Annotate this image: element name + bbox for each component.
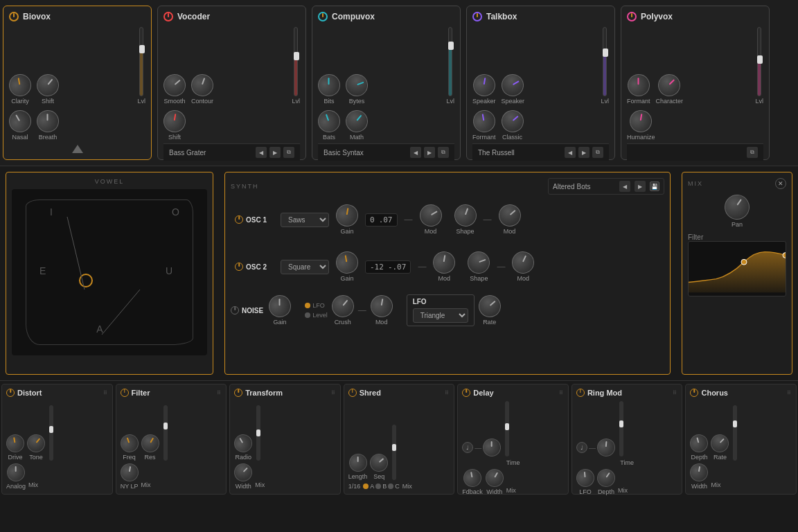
voc-shift-knob[interactable] xyxy=(160,107,188,135)
vocoder-prev-btn[interactable]: ◀ xyxy=(256,147,267,158)
ringmod-mix-slider[interactable] xyxy=(619,401,623,456)
speaker1-knob[interactable] xyxy=(470,71,498,99)
osc2-waveform-select[interactable]: Square Sine Saws Triangle xyxy=(281,260,329,274)
nylp-knob[interactable] xyxy=(119,462,140,483)
bats-knob[interactable] xyxy=(313,105,344,136)
osc1-waveform-select[interactable]: Saws Sine Square Triangle xyxy=(281,213,329,227)
distort-power[interactable] xyxy=(6,389,15,397)
delay-width-knob[interactable] xyxy=(484,468,505,488)
delay-time-knob[interactable] xyxy=(481,436,504,459)
distort-mix-slider[interactable] xyxy=(49,405,53,461)
crush-knob[interactable] xyxy=(330,293,355,319)
pan-knob[interactable] xyxy=(723,193,750,220)
filter-eff-power[interactable] xyxy=(121,389,129,397)
synth-save-btn[interactable]: 💾 xyxy=(650,181,659,191)
chorus-power[interactable] xyxy=(690,389,698,397)
polyvox-lvl-track[interactable] xyxy=(757,27,761,96)
osc1-pitch-display[interactable]: 0 .07 xyxy=(365,213,398,227)
transform-mix-slider[interactable] xyxy=(256,405,260,461)
ring-mod-power[interactable] xyxy=(576,389,585,397)
ringmod-time-knob[interactable] xyxy=(595,436,617,459)
noise-gain-knob[interactable] xyxy=(265,291,295,321)
radio-knob[interactable] xyxy=(231,431,256,456)
vocoder-next-btn[interactable]: ▶ xyxy=(269,147,281,158)
shred-power[interactable] xyxy=(348,389,357,397)
shred-b-btn[interactable] xyxy=(375,484,381,489)
nasal-knob[interactable] xyxy=(5,106,35,136)
talkbox-power[interactable] xyxy=(472,12,482,21)
humanize-knob[interactable] xyxy=(627,107,655,135)
vowel-cursor[interactable] xyxy=(79,274,93,287)
formant-knob[interactable] xyxy=(468,105,499,136)
shift-knob[interactable] xyxy=(35,72,60,98)
freq-knob[interactable] xyxy=(116,431,142,456)
osc2-mod-knob[interactable] xyxy=(430,248,459,276)
osc1-gain-knob[interactable] xyxy=(332,201,361,229)
length-knob[interactable] xyxy=(346,451,369,474)
osc2-pitch-display[interactable]: -12 -.07 xyxy=(365,260,411,274)
filter-display[interactable] xyxy=(688,241,786,296)
contour-knob[interactable] xyxy=(189,72,215,98)
biovox-arrow-up[interactable] xyxy=(72,145,83,153)
compuvox-settings-btn[interactable]: ⧉ xyxy=(438,147,449,158)
breath-knob[interactable] xyxy=(33,106,63,136)
osc2-gain-knob[interactable] xyxy=(331,247,362,278)
mix-close-btn[interactable]: ✕ xyxy=(775,178,786,189)
lfo-eff-knob[interactable] xyxy=(574,466,598,490)
classic-knob[interactable] xyxy=(498,107,526,135)
chorus-rate-knob[interactable] xyxy=(708,432,732,456)
lfo-mod-knob[interactable] xyxy=(367,292,396,320)
delay-mix-slider[interactable] xyxy=(505,401,509,456)
seq-knob[interactable] xyxy=(367,450,392,475)
osc1-shape-mod-knob[interactable] xyxy=(495,201,524,229)
osc2-shape-mod-knob[interactable] xyxy=(511,251,535,275)
polyvox-power[interactable] xyxy=(627,12,637,21)
shred-c-btn[interactable] xyxy=(388,484,393,489)
polyvox-settings-btn[interactable]: ⧉ xyxy=(747,147,758,158)
ringmod-sync-btn[interactable]: ♩ xyxy=(576,442,587,453)
smooth-knob[interactable] xyxy=(160,71,188,99)
width-knob[interactable] xyxy=(231,461,256,485)
talkbox-lvl-track[interactable] xyxy=(603,27,607,96)
biovox-power[interactable] xyxy=(9,12,19,21)
chorus-width-knob[interactable] xyxy=(689,462,709,483)
vocoder-lvl-track[interactable] xyxy=(294,27,298,96)
analog-knob[interactable] xyxy=(4,461,27,484)
character-knob[interactable] xyxy=(656,71,683,98)
synth-next-btn[interactable]: ▶ xyxy=(635,181,646,192)
bits-knob[interactable] xyxy=(314,70,344,100)
lfo-rate-knob[interactable] xyxy=(475,292,504,320)
compuvox-power[interactable] xyxy=(318,12,328,21)
transform-power[interactable] xyxy=(234,389,242,397)
osc2-shape-knob[interactable] xyxy=(463,247,495,278)
synth-prev-btn[interactable]: ◀ xyxy=(619,181,630,192)
noise-power[interactable] xyxy=(231,306,239,314)
biovox-lvl-track[interactable] xyxy=(139,27,143,96)
osc1-mod-knob[interactable] xyxy=(416,200,446,231)
formant2-knob[interactable] xyxy=(623,70,654,100)
talkbox-settings-btn[interactable]: ⧉ xyxy=(592,147,603,158)
res-knob[interactable] xyxy=(140,433,161,454)
delay-sync-btn[interactable]: ♩ xyxy=(462,442,473,453)
delay-power[interactable] xyxy=(462,389,470,397)
vocoder-settings-btn[interactable]: ⧉ xyxy=(283,147,294,158)
clarity-knob[interactable] xyxy=(4,69,35,100)
chorus-mix-slider[interactable] xyxy=(733,405,737,461)
osc1-shape-knob[interactable] xyxy=(452,202,478,228)
talkbox-prev-btn[interactable]: ◀ xyxy=(565,147,576,158)
fdback-knob[interactable] xyxy=(460,466,485,490)
shred-a-btn[interactable] xyxy=(363,484,369,489)
bytes-knob[interactable] xyxy=(341,69,372,100)
osc2-power[interactable] xyxy=(235,263,243,271)
osc1-power[interactable] xyxy=(235,215,243,224)
math-knob[interactable] xyxy=(344,108,369,134)
tone-knob[interactable] xyxy=(24,432,47,454)
chorus-depth-knob[interactable] xyxy=(686,431,711,456)
compuvox-prev-btn[interactable]: ◀ xyxy=(410,147,421,158)
filter-mix-slider[interactable] xyxy=(163,405,168,461)
vowel-display[interactable]: I O E U A xyxy=(12,189,207,355)
drive-knob[interactable] xyxy=(3,431,28,456)
compuvox-lvl-track[interactable] xyxy=(448,27,452,96)
compuvox-next-btn[interactable]: ▶ xyxy=(424,147,435,158)
vocoder-power[interactable] xyxy=(163,12,173,21)
